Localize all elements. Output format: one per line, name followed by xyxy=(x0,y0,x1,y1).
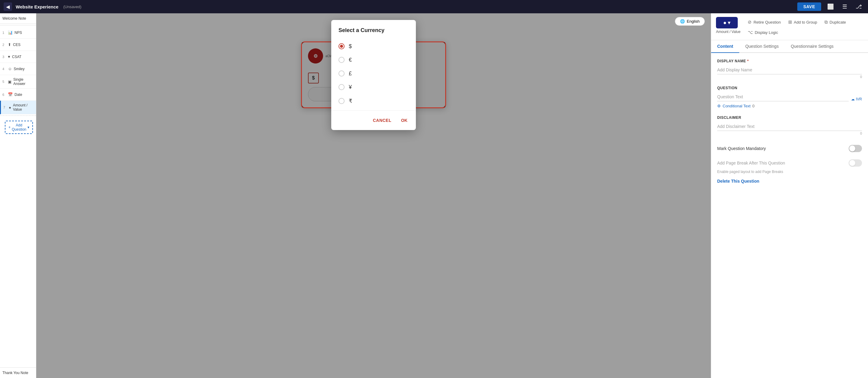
smiley-icon: ☺ xyxy=(8,66,12,71)
left-sidebar: Welcome Note 1 📊 NPS 2 ⬆ CES 3 ♥ CSAT 4 … xyxy=(0,13,36,378)
item-num: 5 xyxy=(2,80,6,84)
right-panel-header: ● ▾ Amount / Value ⊘ Retire Question ⊞ A… xyxy=(711,13,868,40)
page-break-toggle-row: Add Page Break After This Question xyxy=(717,157,862,169)
page-break-toggle[interactable] xyxy=(849,159,862,167)
tab-content[interactable]: Content xyxy=(711,40,739,53)
menu-icon[interactable]: ☰ xyxy=(840,2,849,11)
mandatory-label: Mark Question Mandatory xyxy=(717,146,766,151)
toggle-knob xyxy=(849,160,855,166)
tree-icon[interactable]: ⎇ xyxy=(853,2,864,11)
question-section: QUESTION ☁ IVR ⚙ Conditional Text 0 xyxy=(717,86,862,108)
right-panel: ● ▾ Amount / Value ⊘ Retire Question ⊞ A… xyxy=(711,13,868,378)
question-type-button[interactable]: ● ▾ xyxy=(716,17,738,28)
conditional-text-count: 0 xyxy=(752,104,754,108)
currency-gbp: £ xyxy=(349,70,352,77)
currency-jpy: ¥ xyxy=(349,84,352,90)
mandatory-toggle[interactable] xyxy=(849,145,862,152)
sidebar-item-smiley[interactable]: 4 ☺ Smiley xyxy=(0,63,36,75)
question-input[interactable] xyxy=(717,92,849,101)
disclaimer-section: DISCLAIMER 0 xyxy=(717,116,862,135)
currency-option-eur[interactable]: € xyxy=(339,53,409,67)
retire-question-button[interactable]: ⊘ Retire Question xyxy=(745,18,783,26)
sidebar-item-amount-value[interactable]: 7 ● Amount / Value xyxy=(0,101,36,114)
sidebar-item-nps[interactable]: 1 📊 NPS xyxy=(0,27,36,39)
disclaimer-input[interactable] xyxy=(717,122,862,131)
csat-icon: ♥ xyxy=(8,54,10,59)
display-logic-button[interactable]: ⌥ Display Logic xyxy=(745,28,780,36)
question-type-section: ● ▾ Amount / Value xyxy=(716,17,740,34)
radio-eur[interactable] xyxy=(339,57,345,63)
sidebar-item-csat[interactable]: 3 ♥ CSAT xyxy=(0,51,36,63)
main-layout: Welcome Note 1 📊 NPS 2 ⬆ CES 3 ♥ CSAT 4 … xyxy=(0,13,868,378)
retire-label: Retire Question xyxy=(753,20,781,25)
ces-icon: ⬆ xyxy=(8,42,11,47)
dialog-options: $ € £ ¥ xyxy=(331,39,416,108)
conditional-text-button[interactable]: ⚙ Conditional Text 0 xyxy=(717,104,862,108)
sidebar-item-single-answer[interactable]: 5 ▣ Single Answer xyxy=(0,75,36,89)
delete-question-button[interactable]: Delete This Question xyxy=(717,179,862,183)
divider xyxy=(0,25,36,25)
ivr-button[interactable]: ☁ IVR xyxy=(851,97,862,101)
disclaimer-char-count: 0 xyxy=(717,132,862,135)
page-break-hint: Enable paged layout to add Page Breaks xyxy=(717,170,862,174)
gear-icon: ⚙ xyxy=(717,104,721,108)
sidebar-item-ces[interactable]: 2 ⬆ CES xyxy=(0,39,36,51)
date-icon: 📅 xyxy=(8,92,13,97)
add-question-button[interactable]: + Add Question ▾ xyxy=(5,121,33,134)
currency-option-gbp[interactable]: £ xyxy=(339,67,409,81)
item-label: Smiley xyxy=(13,67,25,71)
sidebar-item-date[interactable]: 6 📅 Date xyxy=(0,89,36,101)
item-label: Single Answer xyxy=(13,78,34,86)
language-selector[interactable]: 🌐 English xyxy=(675,17,705,26)
tab-question-settings[interactable]: Question Settings xyxy=(739,40,785,53)
question-label: QUESTION xyxy=(717,86,862,90)
currency-option-usd[interactable]: $ xyxy=(339,39,409,53)
currency-option-jpy[interactable]: ¥ xyxy=(339,81,409,94)
display-name-char-count: 0 xyxy=(717,75,862,79)
dialog-title: Select a Currency xyxy=(331,27,416,39)
display-name-input[interactable] xyxy=(717,66,862,75)
currency-option-inr[interactable]: ₹ xyxy=(339,94,409,108)
radio-jpy[interactable] xyxy=(339,84,345,90)
radio-gbp[interactable] xyxy=(339,70,345,77)
sidebar-item-thank-you-note[interactable]: Thank You Note xyxy=(0,368,36,378)
duplicate-button[interactable]: ⧉ Duplicate xyxy=(822,18,848,26)
mandatory-toggle-row: Mark Question Mandatory xyxy=(717,142,862,154)
right-actions: ⊘ Retire Question ⊞ Add to Group ⧉ Dupli… xyxy=(745,17,863,36)
disclaimer-label: DISCLAIMER xyxy=(717,116,862,120)
add-to-group-button[interactable]: ⊞ Add to Group xyxy=(786,18,819,26)
conditional-text-label: Conditional Text xyxy=(723,104,750,108)
duplicate-label: Duplicate xyxy=(830,20,846,25)
tab-questionnaire-settings[interactable]: Questionnaire Settings xyxy=(784,40,840,53)
item-num: 4 xyxy=(2,67,6,71)
single-answer-icon: ▣ xyxy=(8,80,11,84)
amount-icon: ● xyxy=(9,105,11,110)
ivr-icon: ☁ xyxy=(851,97,855,101)
add-question-label: Add Question xyxy=(12,123,26,132)
item-num: 3 xyxy=(2,55,6,59)
dialog-cancel-button[interactable]: CANCEL xyxy=(369,116,395,125)
dropdown-chevron: ▾ xyxy=(728,19,731,26)
dialog-actions: CANCEL OK xyxy=(331,110,416,130)
globe-icon: 🌐 xyxy=(680,19,685,24)
dialog-ok-button[interactable]: OK xyxy=(397,116,411,125)
dialog-overlay: Select a Currency $ € xyxy=(302,42,445,107)
monitor-icon[interactable]: ⬜ xyxy=(825,2,836,11)
currency-eur: € xyxy=(349,57,352,63)
add-group-icon: ⊞ xyxy=(788,19,792,25)
plus-icon: + xyxy=(8,125,10,129)
duplicate-icon: ⧉ xyxy=(825,19,828,25)
currency-usd: $ xyxy=(349,43,352,50)
currency-inr: ₹ xyxy=(349,98,352,104)
sidebar-item-welcome-note[interactable]: Welcome Note xyxy=(0,13,36,24)
back-button[interactable]: ◀ xyxy=(4,2,12,11)
question-type-label: Amount / Value xyxy=(716,30,740,34)
save-button[interactable]: SAVE xyxy=(797,2,821,11)
radio-inr[interactable] xyxy=(339,98,345,104)
radio-inner xyxy=(340,45,343,48)
radio-usd[interactable] xyxy=(339,43,345,49)
dropdown-icon: ▾ xyxy=(28,125,29,129)
page-break-label: Add Page Break After This Question xyxy=(717,161,785,166)
add-group-label: Add to Group xyxy=(794,20,817,25)
item-label: Amount / Value xyxy=(13,103,34,112)
